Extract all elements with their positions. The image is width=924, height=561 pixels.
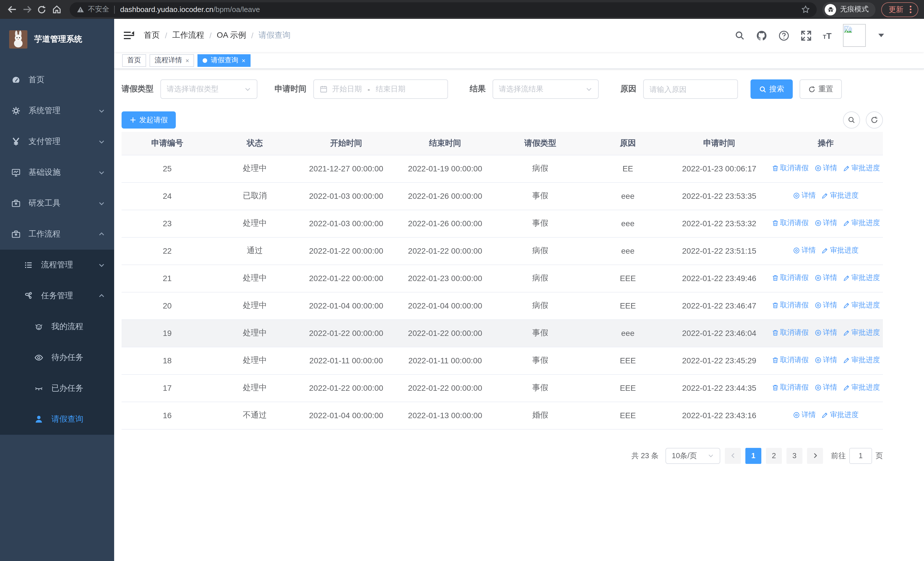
goto-page-input[interactable] (849, 448, 872, 463)
detail-link[interactable]: 详情 (814, 355, 837, 365)
tags-view-bar: 首页 流程详情 × 请假查询 × (114, 52, 924, 69)
tag-process-detail[interactable]: 流程详情 × (150, 54, 194, 66)
prev-page-button[interactable] (725, 448, 741, 463)
search-icon[interactable] (734, 30, 744, 41)
sidebar-item-label: 基础设施 (28, 167, 60, 177)
cell-status: 处理中 (213, 292, 297, 319)
reset-button[interactable]: 重置 (800, 80, 842, 99)
sidebar-menu: 首页 系统管理 支付管理 基础设施 (0, 60, 114, 435)
sidebar-item-workflow[interactable]: 工作流程 (0, 219, 114, 250)
sidebar-item-system[interactable]: 系统管理 (0, 95, 114, 126)
approval-progress-link[interactable]: 审批进度 (843, 355, 880, 365)
approval-progress-link[interactable]: 审批进度 (843, 218, 880, 228)
page-button-3[interactable]: 3 (786, 448, 802, 463)
update-label[interactable]: 更新 (889, 4, 903, 15)
detail-link[interactable]: 详情 (814, 383, 837, 393)
breadcrumb-item[interactable]: 工作流程 (172, 30, 204, 41)
cancel-leave-link[interactable]: 取消请假 (772, 163, 809, 173)
avatar-caret-icon[interactable] (878, 34, 884, 37)
github-icon[interactable] (756, 30, 767, 41)
approval-progress-link[interactable]: 审批进度 (843, 273, 880, 283)
help-icon[interactable] (778, 30, 789, 41)
forward-icon[interactable] (20, 2, 34, 17)
result-select[interactable]: 请选择流结果 (492, 80, 599, 99)
avatar[interactable] (843, 24, 866, 47)
sidebar-item-todo-tasks[interactable]: 待办任务 (0, 342, 114, 373)
back-icon[interactable] (4, 2, 20, 17)
page-button-1[interactable]: 1 (746, 448, 761, 463)
cancel-leave-link[interactable]: 取消请假 (772, 383, 809, 393)
result-label: 结果 (470, 84, 486, 94)
breadcrumb-item[interactable]: 首页 (144, 30, 160, 41)
approval-progress-link[interactable]: 审批进度 (843, 328, 880, 338)
hamburger-icon[interactable] (123, 30, 135, 41)
chevron-down-icon (244, 86, 251, 93)
close-icon[interactable]: × (242, 57, 245, 64)
search-button[interactable]: 搜索 (750, 80, 793, 99)
cell-leave-type: 病假 (495, 292, 586, 319)
cancel-leave-link[interactable]: 取消请假 (772, 218, 809, 228)
leave-type-select[interactable]: 请选择请假类型 (160, 80, 257, 99)
bookmark-star-icon[interactable] (801, 5, 810, 14)
sidebar-item-label: 已办任务 (51, 384, 83, 394)
cell-end-time: 2022-01-11 00:00:00 (396, 347, 495, 374)
reason-input[interactable] (650, 85, 732, 93)
approval-progress-link[interactable]: 审批进度 (822, 191, 859, 200)
detail-link[interactable]: 详情 (814, 273, 837, 283)
sidebar-item-home[interactable]: 首页 (0, 65, 114, 95)
approval-progress-link[interactable]: 审批进度 (822, 410, 859, 420)
detail-link[interactable]: 详情 (793, 246, 816, 256)
search-icon (759, 86, 766, 93)
detail-link[interactable]: 详情 (814, 301, 837, 310)
page-size-select[interactable]: 10条/页 (666, 448, 720, 463)
sidebar-item-leave-query[interactable]: 请假查询 (0, 404, 114, 435)
sidebar-item-label: 系统管理 (28, 106, 60, 116)
approval-progress-link[interactable]: 审批进度 (843, 163, 880, 173)
eye-icon (814, 329, 822, 337)
approval-progress-link[interactable]: 审批进度 (843, 383, 880, 393)
detail-link[interactable]: 详情 (793, 410, 816, 420)
close-icon[interactable]: × (186, 57, 189, 64)
page-button-2[interactable]: 2 (766, 448, 782, 463)
security-label[interactable]: 不安全 (88, 5, 109, 14)
cancel-leave-link[interactable]: 取消请假 (772, 273, 809, 283)
browser-menu-icon[interactable] (908, 6, 913, 13)
cancel-leave-link[interactable]: 取消请假 (772, 301, 809, 310)
detail-link[interactable]: 详情 (814, 328, 837, 338)
create-leave-button[interactable]: 发起请假 (122, 111, 176, 129)
update-button[interactable]: 更新 (881, 2, 918, 17)
pen-icon (822, 247, 829, 254)
tag-home[interactable]: 首页 (122, 54, 146, 66)
detail-link[interactable]: 详情 (814, 218, 837, 228)
show-search-button[interactable] (843, 111, 860, 129)
sidebar-item-my-process[interactable]: 我的流程 (0, 311, 114, 342)
sidebar-item-devtools[interactable]: 研发工具 (0, 188, 114, 219)
detail-link[interactable]: 详情 (814, 163, 837, 173)
chevron-down-icon (98, 262, 105, 269)
sidebar-item-task-mgmt[interactable]: 任务管理 (0, 281, 114, 311)
refresh-table-button[interactable] (866, 111, 883, 129)
cell-start-time: 2022-01-22 00:00:00 (297, 265, 396, 292)
approval-progress-link[interactable]: 审批进度 (822, 246, 859, 256)
fullscreen-icon[interactable] (801, 30, 811, 41)
sidebar-item-process-mgmt[interactable]: 流程管理 (0, 250, 114, 281)
table-row: 16不通过2022-01-04 00:00:002022-01-13 00:00… (122, 402, 883, 429)
tag-leave-query[interactable]: 请假查询 × (198, 54, 250, 66)
eye-open-icon (34, 353, 44, 362)
trash-icon (772, 220, 779, 227)
cancel-leave-link[interactable]: 取消请假 (772, 328, 809, 338)
address-bar[interactable]: 不安全 dashboard.yudao.iocoder.cn/bpm/oa/le… (70, 2, 817, 17)
sidebar-item-payment[interactable]: 支付管理 (0, 126, 114, 157)
approval-progress-link[interactable]: 审批进度 (843, 301, 880, 310)
cancel-leave-link[interactable]: 取消请假 (772, 355, 809, 365)
reload-icon[interactable] (34, 2, 49, 17)
header-status: 状态 (213, 132, 297, 155)
breadcrumb-item[interactable]: OA 示例 (217, 30, 246, 41)
home-icon[interactable] (49, 2, 64, 17)
next-page-button[interactable] (807, 448, 823, 463)
apply-time-range-picker[interactable]: 开始日期 - 结束日期 (314, 80, 448, 99)
sidebar-item-infra[interactable]: 基础设施 (0, 157, 114, 188)
detail-link[interactable]: 详情 (793, 191, 816, 200)
sidebar-item-done-tasks[interactable]: 已办任务 (0, 373, 114, 404)
font-size-icon[interactable]: TT (823, 30, 831, 40)
